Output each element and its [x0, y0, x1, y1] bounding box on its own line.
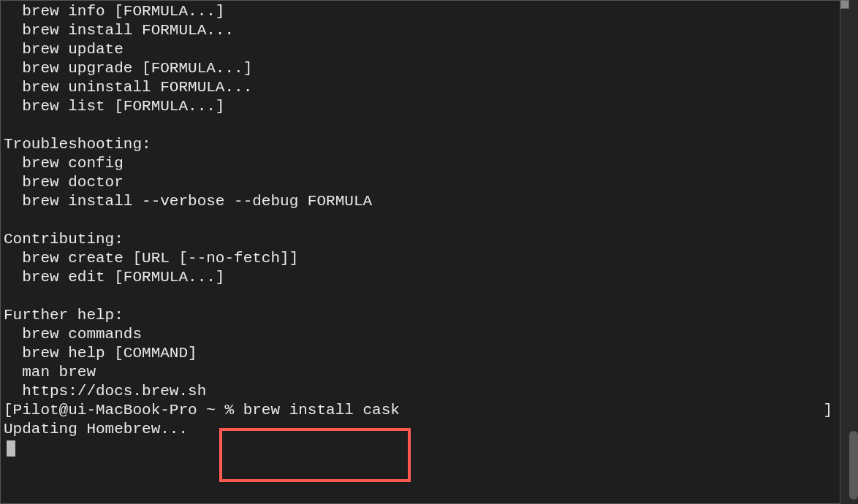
- terminal-line: brew info [FORMULA...]: [4, 2, 837, 21]
- terminal-output[interactable]: brew info [FORMULA...] brew install FORM…: [1, 1, 840, 458]
- terminal-prompt: [Pilot@ui-MacBook-Pro ~ % brew install c…: [4, 401, 400, 420]
- terminal-line: Contributing:: [4, 230, 837, 249]
- scroll-position-marker: [840, 0, 849, 9]
- terminal-line: brew install --verbose --debug FORMULA: [4, 192, 837, 211]
- terminal-cursor-line[interactable]: [4, 439, 837, 458]
- terminal-line: brew doctor: [4, 173, 837, 192]
- prompt-prefix: [Pilot@ui-MacBook-Pro ~ %: [4, 402, 243, 419]
- terminal-line: brew config: [4, 154, 837, 173]
- scrollbar-thumb[interactable]: [849, 431, 858, 500]
- terminal-line: brew install FORMULA...: [4, 21, 837, 40]
- terminal-line: Troubleshooting:: [4, 135, 837, 154]
- terminal-line: brew commands: [4, 325, 837, 344]
- terminal-line: brew update: [4, 40, 837, 59]
- cursor-block: [7, 440, 15, 457]
- terminal-line: man brew: [4, 363, 837, 382]
- terminal-line: [4, 287, 837, 306]
- terminal-line: Further help:: [4, 306, 837, 325]
- terminal-window[interactable]: brew info [FORMULA...] brew install FORM…: [0, 0, 840, 504]
- terminal-prompt-line[interactable]: [Pilot@ui-MacBook-Pro ~ % brew install c…: [4, 401, 837, 420]
- terminal-line: brew create [URL [--no-fetch]]: [4, 249, 837, 268]
- terminal-line: [4, 116, 837, 135]
- terminal-line: brew edit [FORMULA...]: [4, 268, 837, 287]
- terminal-line: brew upgrade [FORMULA...]: [4, 59, 837, 78]
- prompt-command: brew install cask: [243, 402, 400, 419]
- terminal-line: [4, 211, 837, 230]
- scrollbar-track[interactable]: [849, 0, 858, 504]
- terminal-line: https://docs.brew.sh: [4, 382, 837, 401]
- terminal-line: brew uninstall FORMULA...: [4, 78, 837, 97]
- terminal-line: brew help [COMMAND]: [4, 344, 837, 363]
- prompt-suffix: ]: [823, 401, 837, 420]
- terminal-line: brew list [FORMULA...]: [4, 97, 837, 116]
- terminal-status-line: Updating Homebrew...: [4, 420, 837, 439]
